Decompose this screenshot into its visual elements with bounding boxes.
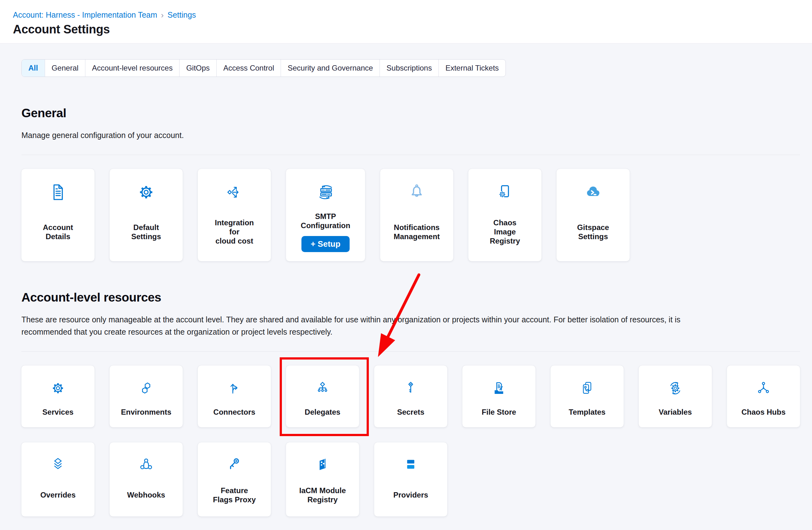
card-wrap-smtp-configuration: SMTP Configuration+ Setup	[286, 169, 365, 261]
card-label: Feature Flags Proxy	[213, 486, 256, 504]
card-wrap-environments: Environments	[110, 366, 183, 427]
card-wrap-providers: Providers	[374, 442, 447, 516]
section-account-level-resources: Account-level resourcesThese are resourc…	[21, 291, 800, 516]
document-icon	[48, 182, 68, 202]
module-box-icon	[314, 456, 331, 473]
stacked-bars-icon	[403, 456, 419, 473]
card-label: Notifications Management	[394, 223, 440, 241]
card-default-settings[interactable]: Default Settings	[110, 169, 183, 261]
card-feature-flags-proxy[interactable]: Feature Flags Proxy	[198, 442, 271, 516]
cards-row: OverridesWebhooksFeature Flags ProxyIaCM…	[21, 442, 800, 516]
page-header: Account: Harness - Implementation Team ›…	[0, 0, 812, 43]
bell-icon	[407, 182, 426, 202]
tab-account-level-resources[interactable]: Account-level resources	[85, 60, 179, 76]
layers-icon	[50, 456, 66, 473]
card-account-details[interactable]: Account Details	[21, 169, 95, 261]
tab-access-control[interactable]: Access Control	[216, 60, 281, 76]
card-wrap-account-details: Account Details	[21, 169, 95, 261]
card-wrap-services: Services	[21, 366, 95, 427]
card-label: Gitspace Settings	[577, 223, 609, 241]
card-connectors[interactable]: Connectors	[198, 366, 271, 427]
breadcrumb-settings-link[interactable]: Settings	[168, 10, 196, 19]
card-wrap-delegates: Delegates	[286, 366, 359, 427]
content-area: AllGeneralAccount-level resourcesGitOpsA…	[0, 43, 812, 516]
card-iacm-module-registry[interactable]: IaCM Module Registry	[286, 442, 359, 516]
card-chaos-image-registry[interactable]: Chaos Image Registry	[468, 169, 541, 261]
card-wrap-integration-for-cloud-cost: Integration for cloud cost	[198, 169, 271, 261]
page-title: Account Settings	[13, 23, 812, 36]
card-notifications-management[interactable]: Notifications Management	[380, 169, 453, 261]
card-gitspace-settings[interactable]: Gitspace Settings	[556, 169, 629, 261]
tab-subscriptions[interactable]: Subscriptions	[379, 60, 438, 76]
card-variables[interactable]: Variables	[639, 366, 712, 427]
tab-bar: AllGeneralAccount-level resourcesGitOpsA…	[21, 59, 506, 77]
card-templates[interactable]: Templates	[551, 366, 624, 427]
tab-general[interactable]: General	[45, 60, 85, 76]
mail-server-sync-icon	[316, 182, 335, 202]
card-wrap-connectors: Connectors	[198, 366, 271, 427]
setup-button[interactable]: + Setup	[301, 236, 350, 252]
card-label: File Store	[482, 407, 516, 417]
card-providers[interactable]: Providers	[374, 442, 447, 516]
card-webhooks[interactable]: Webhooks	[110, 442, 183, 516]
card-label: Templates	[569, 407, 606, 417]
card-wrap-feature-flags-proxy: Feature Flags Proxy	[198, 442, 271, 516]
network-nodes-icon	[755, 380, 772, 397]
cards-row: Account DetailsDefault SettingsIntegrati…	[21, 169, 800, 261]
tab-security-and-governance[interactable]: Security and Governance	[281, 60, 379, 76]
card-label: Environments	[121, 407, 171, 417]
card-label: Account Details	[43, 223, 73, 241]
card-delegates[interactable]: Delegates	[286, 366, 359, 427]
breadcrumb: Account: Harness - Implementation Team ›…	[13, 10, 812, 19]
card-label: Chaos Hubs	[741, 407, 785, 417]
card-label: Chaos Image Registry	[490, 218, 520, 245]
key-icon	[403, 380, 419, 397]
card-wrap-gitspace-settings: Gitspace Settings	[556, 169, 629, 261]
card-wrap-default-settings: Default Settings	[110, 169, 183, 261]
templates-icon	[579, 380, 595, 397]
section-heading-general: General	[21, 107, 800, 119]
breadcrumb-account-link[interactable]: Account: Harness - Implementation Team	[13, 10, 157, 19]
card-label: Integration for cloud cost	[215, 218, 254, 245]
section-description: These are resource only manageable at th…	[21, 314, 794, 338]
cards-row: ServicesEnvironmentsConnectorsDelegatesS…	[21, 366, 800, 427]
tab-gitops[interactable]: GitOps	[179, 60, 216, 76]
card-file-store[interactable]: File Store	[462, 366, 535, 427]
card-chaos-hubs[interactable]: Chaos Hubs	[727, 366, 800, 427]
card-label: Providers	[393, 490, 429, 499]
card-secrets[interactable]: Secrets	[374, 366, 447, 427]
card-overrides[interactable]: Overrides	[21, 442, 95, 516]
tab-external-tickets[interactable]: External Tickets	[438, 60, 505, 76]
flag-key-icon	[226, 456, 243, 473]
card-wrap-secrets: Secrets	[374, 366, 447, 427]
card-label: Variables	[658, 407, 692, 417]
section-heading-account-level-resources: Account-level resources	[21, 291, 800, 304]
card-label: IaCM Module Registry	[299, 486, 346, 504]
card-wrap-templates: Templates	[551, 366, 624, 427]
hexagons-icon	[138, 380, 154, 397]
card-label: Overrides	[40, 490, 76, 499]
card-integration-for-cloud-cost[interactable]: Integration for cloud cost	[198, 169, 271, 261]
card-label: Connectors	[213, 407, 255, 417]
card-wrap-chaos-hubs: Chaos Hubs	[727, 366, 800, 427]
webhook-icon	[138, 456, 154, 473]
card-label: SMTP Configuration	[301, 212, 350, 230]
section-general: GeneralManage general configuration of y…	[21, 107, 800, 261]
gear-refresh-icon	[667, 380, 683, 397]
section-description: Manage general configuration of your acc…	[21, 129, 794, 142]
branch-arrows-icon	[225, 182, 244, 202]
card-wrap-overrides: Overrides	[21, 442, 95, 516]
card-wrap-variables: Variables	[639, 366, 712, 427]
file-store-icon	[491, 380, 507, 397]
card-environments[interactable]: Environments	[110, 366, 183, 427]
card-smtp-configuration[interactable]: SMTP Configuration+ Setup	[286, 169, 365, 261]
card-wrap-iacm-module-registry: IaCM Module Registry	[286, 442, 359, 516]
tab-all[interactable]: All	[22, 60, 45, 76]
card-wrap-notifications-management: Notifications Management	[380, 169, 453, 261]
card-wrap-chaos-image-registry: Chaos Image Registry	[468, 169, 541, 261]
card-services[interactable]: Services	[21, 366, 95, 427]
section-divider	[21, 351, 800, 352]
breadcrumb-separator-icon: ›	[161, 11, 164, 19]
hierarchy-icon	[314, 380, 331, 397]
card-label: Secrets	[397, 407, 424, 417]
